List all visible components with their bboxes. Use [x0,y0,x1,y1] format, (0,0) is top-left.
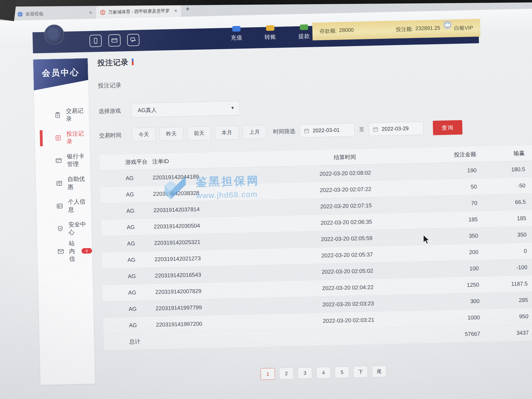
col-header-settle-time: 结算时间 [270,152,420,163]
page-button-4[interactable]: 4 [316,367,331,378]
time-filter-row: 交易时间 今天 昨天 前天 本月 上月 时间筛选 2022-03 [99,118,532,143]
balance-bar: 存款额: 28000 投注额: 232891.25 [312,19,480,40]
cell-platform: AG [101,240,154,247]
cell-bet-id: 220319141997799 [155,303,274,312]
cell-settle-time: 2022-03-20 02:03:23 [274,299,423,309]
mobile-app-button[interactable] [89,35,102,47]
game-select-label: 选择游戏 [98,107,131,115]
cell-settle-time: 2022-03-20 02:04:22 [273,283,422,292]
cell-winloss: 950 [480,313,532,321]
sidebar-item-bank-cards[interactable]: 银行卡管理 [35,149,90,172]
withdraw-icon [300,24,308,30]
sidebar-item-security[interactable]: 安全中心 [37,217,92,241]
screen-photo: × 欢迎莅临 × 万象城体育 - 西甲联赛及意甲罗 × + [0,0,532,399]
page-button-3[interactable]: 3 [298,367,312,379]
sidebar-item-transactions[interactable]: 交易记录 [34,103,89,127]
sidebar-menu: 交易记录 投注记录 [34,89,92,263]
transfer-action-label: 转账 [265,33,277,41]
transfer-action[interactable]: 转账 [260,27,280,41]
browser-tab-sports[interactable]: 万象城体育 - 西甲联赛及意甲罗 × [96,4,181,19]
cell-platform: AG [103,321,156,329]
cell-amount: 200 [421,249,479,257]
deposit-action[interactable]: 充值 [226,27,247,42]
page-button-next[interactable]: 下 [353,366,368,378]
page-button-5[interactable]: 5 [335,366,349,378]
search-button[interactable]: 查询 [433,120,462,135]
date-from-input[interactable]: 2022-03-01 [300,123,355,137]
coupon-icon [56,180,63,187]
chat-icon [130,37,137,44]
close-icon[interactable]: × [172,8,177,14]
cell-winloss: 180.5 [476,166,532,173]
tab-title: 万象城体育 - 西甲联赛及意甲罗 [108,8,170,15]
date-to-value: 2022-03-29 [382,126,409,132]
bet-total-value: 232891.25 [415,25,440,33]
total-label: 总计 [104,337,156,346]
cell-amount: 50 [420,183,477,191]
page-button-1[interactable]: 1 [260,368,275,380]
quick-range-yesterday-button[interactable]: 昨天 [159,127,183,141]
sidebar-item-bet-records[interactable]: 投注记录 [35,126,90,150]
page-title-row: 投注记录 [97,48,532,68]
mail-icon [57,248,64,255]
cell-settle-time: 2022-03-20 02:07:22 [271,185,420,194]
page-button-2[interactable]: 2 [279,368,294,380]
sidebar-item-promotions[interactable]: 自助优惠 [36,171,91,195]
cell-winloss: 1187.5 [479,280,532,288]
cell-settle-time: 2022-03-20 02:05:37 [273,250,422,260]
cell-amount: 185 [421,216,478,224]
deposit-balance-label: 存款额: [319,27,337,35]
customer-service-button[interactable] [127,34,140,46]
vip-level-label: 白银VIP [454,24,473,32]
cell-bet-id: 220319142007829 [155,286,273,295]
cell-winloss: -100 [479,264,532,272]
tab-title: 欢迎莅临 [25,10,85,17]
date-range-label: 时间筛选 [273,127,295,135]
cell-winloss: 66.5 [477,198,532,206]
cell-platform: AG [100,174,153,182]
member-sidebar: 会员中心 交易记录 [33,58,95,385]
new-tab-button[interactable]: + [185,5,190,13]
cell-bet-id: 220319142044189 [153,172,271,181]
site-navbar: 充值 转账 提款 存款额: [32,22,479,53]
quick-range-lastmonth-button[interactable]: 上月 [242,125,267,139]
title-accent-mark [132,58,134,66]
cell-winloss: 285 [479,296,532,304]
deposit-action-label: 充值 [231,34,243,42]
date-range-to-label: 至 [359,126,364,133]
cell-settle-time: 2022-03-20 02:06:35 [272,217,421,227]
deposit-balance-value: 28000 [339,27,354,34]
bank-card-quick-button[interactable] [108,34,121,47]
close-icon[interactable]: × [87,10,92,16]
bet-total-label: 投注额: [396,25,413,33]
cell-platform: AG [101,223,154,231]
cell-settle-time: 2022-03-20 02:05:02 [273,266,422,276]
withdraw-action[interactable]: 提款 [294,26,314,40]
shield-check-icon [57,225,64,232]
unread-count-badge: 0 [81,248,92,254]
breadcrumb: 投注记录 [98,72,532,89]
date-from-value: 2022-03-01 [313,127,340,134]
col-header-amount: 投注金额 [419,150,476,159]
quick-range-daybefore-button[interactable]: 前天 [187,126,211,140]
table-body: AG 220319142044189 2022-03-20 02:08:02 1… [100,161,532,334]
col-header-bet-id: 注单ID [152,155,270,165]
cell-amount: 300 [423,298,480,306]
quick-range-thismonth-button[interactable]: 本月 [215,126,239,140]
monitor-bezel-corner [0,0,17,21]
quick-range-today-button[interactable]: 今天 [132,127,156,142]
cell-platform: AG [103,289,155,296]
browser-tab-welcome[interactable]: 欢迎莅临 × [13,6,96,21]
cell-settle-time: 2022-03-20 02:07:15 [272,201,421,211]
page-button-last[interactable]: 尾 [372,365,387,377]
sidebar-item-profile[interactable]: 个人信息 [36,194,91,218]
sidebar-item-messages[interactable]: 站内信 0 [37,239,92,263]
bet-records-panel: 投注记录 投注记录 选择游戏 AG真人 ▼ 交易时间 [88,48,532,383]
vip-crown-icon [443,20,452,30]
cell-bet-id: 220319142037814 [153,204,272,214]
cell-settle-time: 2022-03-20 02:05:59 [272,234,421,243]
game-select[interactable]: AG真人 ▼ [131,101,240,118]
date-to-input[interactable]: 2022-03-29 [369,122,424,136]
withdraw-action-label: 提款 [298,32,310,40]
content-row: 会员中心 交易记录 [33,49,486,385]
